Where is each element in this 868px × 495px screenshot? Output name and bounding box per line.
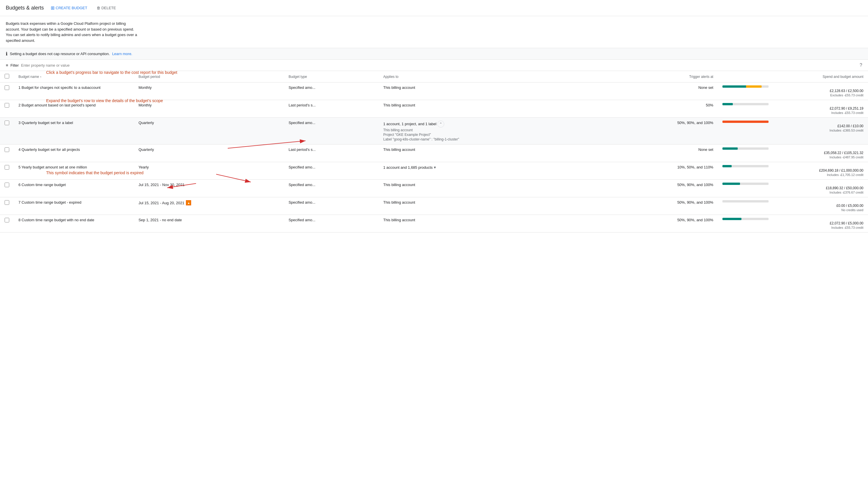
table-row: 2 Budget amount based on last period's s… [0, 100, 868, 118]
budget-type-cell: Specified amo... [284, 215, 379, 233]
spend-cell: £2,128.63 / £2,500.00 Excludes -£55.73 c… [718, 83, 868, 100]
row-checkbox-cell[interactable] [0, 162, 14, 180]
expand-row-button[interactable]: ⌃ [437, 121, 444, 127]
row-checkbox-cell[interactable] [0, 83, 14, 100]
trigger-text: 10%, 50%, and 110% [677, 165, 713, 169]
progress-fill [722, 103, 732, 105]
row-checkbox[interactable] [5, 183, 9, 187]
budget-type-text: Specified amo... [288, 165, 315, 169]
trigger-cell: 50%, 90%, and 100% [600, 180, 718, 197]
progress-fill [722, 183, 740, 185]
progress-bar[interactable] [722, 103, 768, 105]
progress-fill [722, 165, 732, 167]
filter-input[interactable] [21, 63, 857, 68]
budget-period-cell: Monthly [134, 83, 284, 100]
trigger-text: None set [698, 148, 713, 152]
description-text: Budgets track expenses within a Google C… [0, 16, 144, 48]
table-row: 6 Custom time range budget Jul 15, 2021 … [0, 180, 868, 197]
budget-name-cell: 3 Quarterly budget set for a label [14, 118, 134, 144]
spend-cell: £2,072.90 / £5,000.00 Includes -£55.73 c… [718, 215, 868, 233]
row-checkbox[interactable] [5, 121, 9, 125]
table-row: 8 Custom time range budget with no end d… [0, 215, 868, 233]
applies-to-cell: This billing account [379, 100, 600, 118]
budget-name-cell: 2 Budget amount based on last period's s… [14, 100, 134, 118]
row-checkbox[interactable] [5, 165, 9, 170]
page-title: Budgets & alerts [6, 5, 44, 11]
col-header-budget-type: Budget type [284, 71, 379, 83]
select-all-checkbox[interactable] [5, 74, 9, 79]
page-header: Budgets & alerts ⊞ CREATE BUDGET 🗑 DELET… [0, 0, 868, 16]
budget-period-cell: Quarterly [134, 144, 284, 162]
row-checkbox-cell[interactable] [0, 118, 14, 144]
row-checkbox-cell[interactable] [0, 144, 14, 162]
budget-name-text: 7 Custom time range budget - expired [18, 200, 81, 205]
row-checkbox-cell[interactable] [0, 215, 14, 233]
trigger-cell: 10%, 50%, and 110% [600, 162, 718, 180]
budget-type-text: Specified amo... [288, 121, 315, 125]
budget-name-cell: 5 Yearly budget amount set at one millio… [14, 162, 134, 180]
applies-to-text: 1 account and 1,685 products [384, 165, 433, 170]
spend-cell: £2,072.90 / £9,251.19 Includes -£55.73 c… [718, 100, 868, 118]
spend-amount: £2,128.63 / £2,500.00 [722, 89, 863, 93]
progress-bar[interactable] [722, 121, 768, 123]
budgets-table-wrapper: Budget name ↑ Budget period Budget type … [0, 71, 868, 233]
budget-period-cell: Monthly [134, 100, 284, 118]
trigger-text: 50% [706, 103, 713, 107]
progress-bar[interactable] [722, 183, 768, 185]
applies-detail: This billing account [384, 128, 596, 132]
learn-more-link[interactable]: Learn more. [112, 52, 132, 56]
info-bar: ℹ Setting a budget does not cap resource… [0, 48, 868, 60]
help-icon[interactable]: ? [860, 63, 862, 68]
progress-bar[interactable] [722, 165, 768, 167]
applies-to-text: This billing account [384, 218, 415, 222]
progress-bar[interactable] [722, 200, 768, 203]
applies-to-cell: This billing account [379, 144, 600, 162]
budget-name-cell: 7 Custom time range budget - expired [14, 197, 134, 215]
spend-amount: £142.00 / £10.00 [722, 124, 863, 128]
budget-type-cell: Specified amo... [284, 162, 379, 180]
col-header-budget-name: Budget name ↑ [14, 71, 134, 83]
budget-name-text: 5 Yearly budget amount set at one millio… [18, 165, 87, 169]
spend-amount: £35,058.22 / £105,321.32 [722, 151, 863, 155]
create-budget-button[interactable]: ⊞ CREATE BUDGET [49, 3, 90, 12]
applies-to-text: This billing account [384, 103, 415, 107]
plus-icon: ⊞ [51, 5, 54, 11]
applies-detail: Project "GKE Example Project" [384, 133, 596, 137]
applies-to-text: This billing account [384, 183, 415, 187]
row-checkbox[interactable] [5, 103, 9, 107]
col-header-trigger: Trigger alerts at [600, 71, 718, 83]
progress-bar[interactable] [722, 218, 768, 220]
select-all-header[interactable] [0, 71, 14, 83]
budget-name-text: 2 Budget amount based on last period's s… [18, 103, 96, 107]
row-checkbox-cell[interactable] [0, 197, 14, 215]
applies-to-text: This billing account [384, 200, 415, 205]
row-checkbox-cell[interactable] [0, 180, 14, 197]
row-checkbox[interactable] [5, 148, 9, 152]
progress-bar[interactable] [722, 85, 768, 88]
budget-type-text: Specified amo... [288, 85, 315, 90]
trigger-cell: 50% [600, 100, 718, 118]
trigger-text: 50%, 90%, and 100% [677, 200, 713, 205]
applies-to-text: 1 account, 1 project, and 1 label [384, 122, 437, 126]
row-checkbox[interactable] [5, 85, 9, 90]
budgets-table: Budget name ↑ Budget period Budget type … [0, 71, 868, 233]
dropdown-arrow[interactable]: ▾ [433, 165, 436, 170]
budget-type-cell: Specified amo... [284, 83, 379, 100]
delete-button[interactable]: 🗑 DELETE [94, 4, 119, 12]
budget-name-text: 8 Custom time range budget with no end d… [18, 218, 94, 222]
row-checkbox[interactable] [5, 218, 9, 222]
progress-bar[interactable] [722, 148, 768, 150]
budget-type-text: Specified amo... [288, 200, 315, 205]
progress-fill [722, 121, 768, 123]
info-icon: ℹ [6, 51, 7, 56]
budget-name-cell: 8 Custom time range budget with no end d… [14, 215, 134, 233]
budget-name-text: 1 Budget for charges not specific to a s… [18, 85, 101, 90]
sort-icon[interactable]: ↑ [40, 75, 41, 79]
budget-type-cell: Specified amo... [284, 197, 379, 215]
spend-cell: £142.00 / £10.00 Includes -£365.53 credi… [718, 118, 868, 144]
applies-to-cell: This billing account [379, 197, 600, 215]
col-header-budget-period: Budget period [134, 71, 284, 83]
row-checkbox-cell[interactable] [0, 100, 14, 118]
row-checkbox[interactable] [5, 200, 9, 205]
budget-name-text: 3 Quarterly budget set for a label [18, 121, 73, 125]
